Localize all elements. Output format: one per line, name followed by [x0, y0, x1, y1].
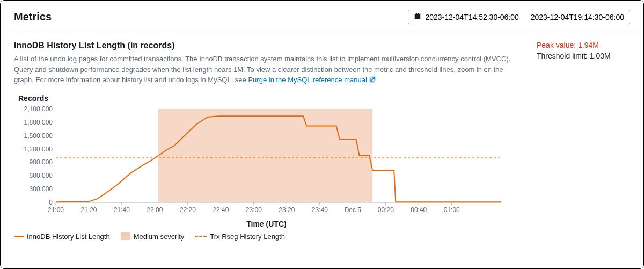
svg-text:300,000: 300,000 — [30, 185, 53, 193]
svg-text:1,800,000: 1,800,000 — [24, 118, 53, 126]
svg-text:21:00: 21:00 — [48, 206, 64, 214]
external-link-icon — [369, 76, 376, 86]
legend-threshold: Trx Rseg History Length — [195, 232, 285, 241]
page-title: Metrics — [14, 11, 52, 23]
svg-text:22:40: 22:40 — [213, 206, 229, 214]
time-range-text: 2023-12-04T14:52:30-06:00 — 2023-12-04T1… — [426, 13, 625, 21]
svg-text:0: 0 — [49, 199, 53, 206]
chart-title: InnoDB History List Length (in records) — [14, 41, 519, 50]
reference-link[interactable]: Purge in the MySQL reference manual — [248, 76, 376, 84]
svg-text:01:00: 01:00 — [444, 206, 460, 214]
legend-box-swatch — [121, 232, 130, 240]
svg-text:21:40: 21:40 — [114, 206, 130, 214]
y-axis-title: Records — [18, 94, 519, 103]
time-range-button[interactable]: 2023-12-04T14:52:30-06:00 — 2023-12-04T1… — [408, 10, 631, 24]
legend-band: Medium severity — [121, 232, 185, 241]
svg-text:21:20: 21:20 — [80, 206, 97, 214]
legend-series: InnoDB History List Length — [14, 232, 110, 241]
metrics-header: Metrics 2023-12-04T14:52:30-06:00 — 2023… — [3, 3, 641, 31]
svg-rect-0 — [158, 109, 373, 202]
svg-text:Dec 5: Dec 5 — [345, 206, 362, 214]
summary-sidebar: Peak value: 1.94M Threshold limit: 1.00M — [528, 41, 630, 241]
svg-text:2,100,000: 2,100,000 — [24, 106, 53, 113]
svg-text:1,200,000: 1,200,000 — [24, 145, 53, 152]
svg-text:900,000: 900,000 — [30, 158, 53, 166]
chart-area[interactable]: 0300,000600,000900,0001,200,0001,500,000… — [14, 106, 507, 219]
legend-line-swatch — [14, 236, 24, 237]
svg-text:00:40: 00:40 — [411, 206, 427, 214]
svg-text:600,000: 600,000 — [30, 172, 53, 179]
peak-value: Peak value: 1.94M — [537, 41, 630, 49]
threshold-limit: Threshold limit: 1.00M — [537, 52, 630, 60]
legend-dash-swatch — [195, 236, 207, 237]
chart-description: A list of the undo log pages for committ… — [14, 54, 519, 86]
svg-text:23:40: 23:40 — [312, 206, 328, 214]
x-axis-title: Time (UTC) — [14, 220, 519, 228]
svg-text:00:20: 00:20 — [378, 206, 394, 214]
svg-text:22:20: 22:20 — [180, 206, 196, 214]
calendar-icon — [414, 12, 421, 21]
svg-text:23:00: 23:00 — [246, 206, 262, 214]
svg-text:1,500,000: 1,500,000 — [24, 132, 53, 139]
chart-legend: InnoDB History List Length Medium severi… — [14, 232, 519, 241]
svg-text:23:20: 23:20 — [279, 206, 295, 214]
svg-text:22:00: 22:00 — [147, 206, 163, 214]
